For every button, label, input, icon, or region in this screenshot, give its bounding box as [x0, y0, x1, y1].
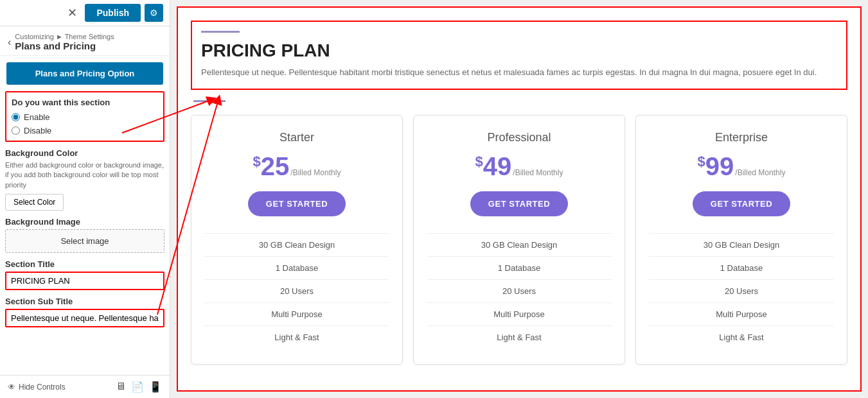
- pricing-plan-title: PRICING PLAN: [201, 40, 837, 61]
- plan-feature-item: 1 Database: [204, 256, 389, 279]
- plan-feature-item: 1 Database: [427, 256, 612, 279]
- bg-color-label: Background Color: [5, 148, 164, 158]
- gear-button[interactable]: ⚙: [145, 4, 163, 22]
- get-started-button[interactable]: GET STARTED: [248, 191, 346, 216]
- select-color-button[interactable]: Select Color: [5, 194, 64, 211]
- plan-features: 30 GB Clean Design1 Database20 UsersMult…: [649, 233, 834, 349]
- enable-label: Enable: [24, 112, 49, 122]
- section-toggle-box: Do you want this section Enable Disable: [5, 91, 164, 142]
- plan-feature-item: 1 Database: [649, 256, 834, 279]
- plan-feature-item: Light & Fast: [204, 325, 389, 349]
- plan-name: Professional: [427, 131, 612, 144]
- plan-feature-item: 30 GB Clean Design: [649, 233, 834, 256]
- plans-pricing-option-button[interactable]: Plans and Pricing Option: [6, 62, 163, 85]
- plan-feature-item: 20 Users: [427, 279, 612, 302]
- plan-card: Enterprise $99 /Billed Monthly GET START…: [635, 115, 847, 365]
- plan-feature-item: Light & Fast: [427, 325, 612, 349]
- plan-feature-item: Multi Purpose: [427, 302, 612, 325]
- plan-price: $99: [698, 152, 734, 181]
- plan-card: Professional $49 /Billed Monthly GET STA…: [413, 115, 625, 365]
- section-title-input[interactable]: [5, 272, 164, 290]
- preview-content: PRICING PLAN Pellentesque ut neque. Pell…: [177, 6, 862, 392]
- plan-feature-item: 20 Users: [649, 279, 834, 302]
- bg-color-group: Background Color Either add background c…: [5, 148, 164, 211]
- radio-group: Enable Disable: [12, 112, 158, 135]
- section-title-label: Section Title: [5, 259, 164, 269]
- plan-feature-item: 20 Users: [204, 279, 389, 302]
- pricing-plan-subtitle: Pellentesque ut neque. Pellentesque habi…: [201, 66, 837, 80]
- plan-features: 30 GB Clean Design1 Database20 UsersMult…: [427, 233, 612, 349]
- plan-card: Starter $25 /Billed Monthly GET STARTED …: [191, 115, 403, 365]
- close-button[interactable]: ✕: [64, 4, 81, 21]
- section-toggle-label: Do you want this section: [12, 98, 158, 107]
- bg-image-label: Background Image: [5, 217, 164, 227]
- plan-feature-item: 30 GB Clean Design: [204, 233, 389, 256]
- plan-name: Starter: [204, 131, 389, 144]
- get-started-button[interactable]: GET STARTED: [693, 191, 790, 216]
- bottom-accent-line: [193, 100, 226, 102]
- plan-billed: /Billed Monthly: [735, 168, 785, 177]
- section-subtitle-input[interactable]: [5, 309, 164, 327]
- plan-billed: /Billed Monthly: [290, 168, 341, 177]
- plan-feature-item: Light & Fast: [649, 325, 834, 349]
- plan-price: $25: [253, 152, 290, 181]
- bottom-bar: 👁 Hide Controls 🖥 📄 📱: [0, 375, 170, 398]
- left-panel: ✕ Publish ⚙ ‹ Customizing ► Theme Settin…: [0, 0, 170, 398]
- panel-scrollable: Plans and Pricing Option Do you want thi…: [0, 56, 170, 375]
- breadcrumb-title: Plans and Pricing: [15, 40, 114, 51]
- disable-label: Disable: [24, 126, 51, 135]
- breadcrumb-area: ‹ Customizing ► Theme Settings Plans and…: [0, 26, 170, 56]
- select-image-button[interactable]: Select image: [5, 229, 164, 253]
- header-section: PRICING PLAN Pellentesque ut neque. Pell…: [191, 21, 847, 90]
- device-icons: 🖥 📄 📱: [116, 381, 162, 393]
- plan-feature-item: Multi Purpose: [204, 302, 389, 325]
- breadcrumb-crumb: Customizing ► Theme Settings: [15, 33, 114, 40]
- bg-color-desc: Either add background color or backgroun…: [5, 160, 164, 190]
- tablet-icon[interactable]: 📄: [131, 381, 144, 393]
- accent-line: [201, 31, 240, 33]
- desktop-icon[interactable]: 🖥: [116, 381, 126, 393]
- top-bar: ✕ Publish ⚙: [0, 0, 170, 26]
- section-title-group: Section Title: [5, 259, 164, 290]
- hide-controls-button[interactable]: 👁 Hide Controls: [8, 383, 66, 392]
- plan-billed: /Billed Monthly: [513, 168, 563, 177]
- mobile-icon[interactable]: 📱: [149, 381, 162, 393]
- eye-icon: 👁: [8, 383, 15, 392]
- section-subtitle-group: Section Sub Title: [5, 297, 164, 327]
- get-started-button[interactable]: GET STARTED: [470, 191, 568, 216]
- plan-feature-item: Multi Purpose: [649, 302, 834, 325]
- plan-price: $49: [475, 152, 512, 181]
- breadcrumb-inner: Customizing ► Theme Settings Plans and P…: [15, 33, 114, 51]
- bg-image-group: Background Image Select image: [5, 217, 164, 253]
- hide-controls-label: Hide Controls: [19, 383, 66, 392]
- enable-radio-label[interactable]: Enable: [12, 112, 158, 122]
- disable-radio-label[interactable]: Disable: [12, 126, 158, 135]
- disable-radio[interactable]: [12, 126, 20, 135]
- publish-button[interactable]: Publish: [85, 4, 141, 22]
- enable-radio[interactable]: [12, 113, 20, 121]
- plan-name: Enterprise: [649, 131, 834, 144]
- plan-feature-item: 30 GB Clean Design: [427, 233, 612, 256]
- back-button[interactable]: ‹: [8, 37, 11, 48]
- plan-features: 30 GB Clean Design1 Database20 UsersMult…: [204, 233, 389, 349]
- right-panel: PRICING PLAN Pellentesque ut neque. Pell…: [170, 0, 868, 398]
- section-subtitle-label: Section Sub Title: [5, 297, 164, 306]
- plans-grid: Starter $25 /Billed Monthly GET STARTED …: [191, 115, 847, 365]
